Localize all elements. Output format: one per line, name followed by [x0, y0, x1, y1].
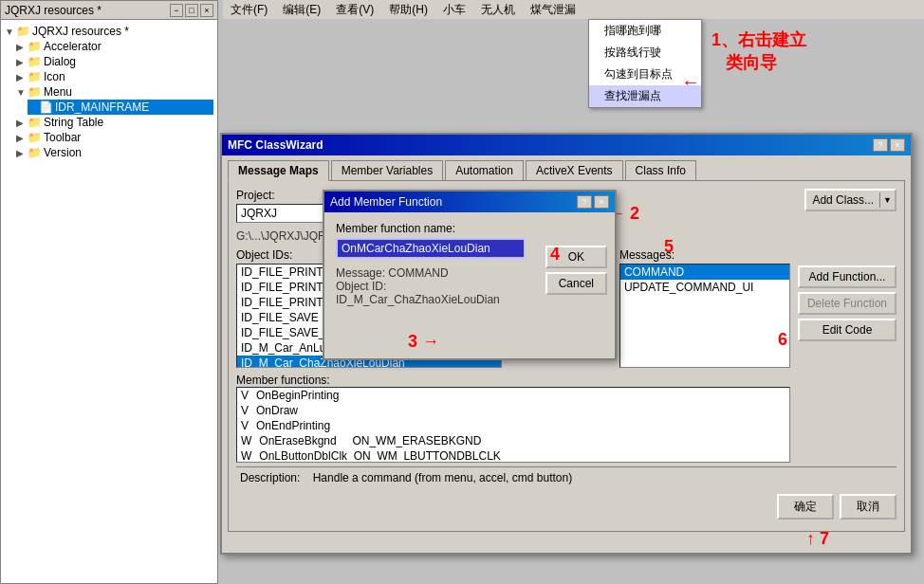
member-function-name-label: Member function name:: [336, 222, 527, 235]
minimize-btn[interactable]: −: [170, 4, 183, 17]
annotation-6: 6: [778, 330, 787, 350]
sub-message-info: Message: COMMAND Object ID: ID_M_Car_Cha…: [336, 266, 527, 306]
resource-tree: ▼ 📁 JQRXJ resources * ▶ 📁 Accelerator ▶ …: [1, 20, 217, 583]
member-functions-listbox[interactable]: VOnBeginPrinting VOnDraw VOnEndPrinting …: [236, 387, 790, 463]
tree-item-idr-mainframe[interactable]: 📄 IDR_MAINFRAME: [28, 100, 213, 115]
sub-help-btn[interactable]: ?: [577, 195, 592, 209]
edit-code-button[interactable]: Edit Code: [798, 319, 896, 341]
dialog-title-buttons: ? ×: [873, 138, 905, 152]
menu-car[interactable]: 小车: [439, 0, 470, 20]
cancel-button[interactable]: 取消: [840, 494, 896, 520]
help-btn[interactable]: ?: [873, 138, 888, 152]
sub-dialog-title: Add Member Function: [330, 195, 442, 209]
list-item[interactable]: WOnLButtonDblClk ON_WM_LBUTTONDBLCLK: [237, 448, 789, 463]
menu-drone[interactable]: 无人机: [477, 0, 519, 20]
annotation-5: 5: [664, 237, 674, 257]
tab-activex-events[interactable]: ActiveX Events: [526, 160, 623, 181]
sub-dialog-titlebar: Add Member Function ? ×: [324, 192, 615, 212]
annotation-7: ↑ 7: [806, 529, 829, 549]
tree-root: ▼ 📁 JQRXJ resources *: [5, 24, 213, 39]
tab-member-variables[interactable]: Member Variables: [331, 160, 443, 181]
dropdown-item-1[interactable]: 指哪跑到哪: [589, 20, 701, 42]
dropdown-menu: 指哪跑到哪 按路线行驶 勾速到目标点 查找泄漏点: [588, 19, 702, 108]
list-item[interactable]: VOnEndPrinting: [237, 418, 789, 433]
sub-dialog-body: Member function name: Message: COMMAND O…: [324, 212, 615, 316]
list-item[interactable]: VOnBeginPrinting: [237, 388, 789, 403]
menu-file[interactable]: 文件(F): [227, 0, 271, 20]
menu-help[interactable]: 帮助(H): [385, 0, 432, 20]
left-panel-titlebar: JQRXJ resources * − □ ×: [1, 1, 217, 20]
annotation-4: 4: [550, 245, 560, 265]
add-class-button[interactable]: Add Class... ▼: [804, 189, 896, 211]
add-function-button[interactable]: Add Function...: [798, 265, 896, 288]
tabs-row: Message Maps Member Variables Automation…: [222, 155, 911, 180]
add-class-dropdown-icon: ▼: [879, 192, 895, 208]
left-panel-title: JQRXJ resources *: [5, 4, 102, 17]
list-item[interactable]: ▶ 📁 Icon: [16, 69, 213, 84]
member-functions-label: Member functions:: [236, 374, 330, 387]
description-bar: Description: Handle a command (from menu…: [236, 466, 896, 488]
list-item[interactable]: ▶ 📁 Version: [16, 145, 213, 160]
close-dialog-btn[interactable]: ×: [890, 138, 905, 152]
sub-cancel-button[interactable]: Cancel: [545, 272, 607, 295]
expand-icon: ▼: [5, 27, 14, 37]
ok-button[interactable]: 确定: [777, 494, 834, 520]
menu-edit[interactable]: 编辑(E): [279, 0, 324, 20]
menu-gas[interactable]: 煤气泄漏: [527, 0, 580, 20]
list-item[interactable]: COMMAND: [620, 265, 789, 280]
list-item[interactable]: ▶ 📁 Dialog: [16, 54, 213, 69]
dialog-bottom-buttons: 确定 取消: [236, 494, 896, 520]
list-item[interactable]: WOnEraseBkgnd ON_WM_ERASEBKGND: [237, 433, 789, 448]
maximize-btn[interactable]: □: [185, 4, 198, 17]
description-label: Description:: [240, 471, 309, 484]
close-btn[interactable]: ×: [200, 4, 213, 17]
annotation-3: 3 →: [408, 332, 439, 352]
list-item[interactable]: ▼ 📁 Menu: [16, 84, 213, 100]
left-panel-buttons: − □ ×: [170, 4, 213, 17]
list-item[interactable]: ▶ 📁 Toolbar: [16, 130, 213, 145]
tab-automation[interactable]: Automation: [445, 160, 524, 181]
messages-listbox[interactable]: COMMAND UPDATE_COMMAND_UI: [619, 264, 790, 368]
add-member-function-dialog: Add Member Function ? × Member function …: [323, 190, 617, 360]
list-item[interactable]: UPDATE_COMMAND_UI: [620, 280, 789, 295]
list-item[interactable]: ▶ 📁 Accelerator: [16, 39, 213, 54]
folder-icon: 📁: [16, 25, 30, 38]
description-value: Handle a command (from menu, accel, cmd …: [313, 471, 572, 484]
menu-view[interactable]: 查看(V): [332, 0, 378, 20]
sub-objectid-label: Object ID: ID_M_Car_ChaZhaoXieLouDian: [336, 280, 500, 306]
add-class-label: Add Class...: [806, 191, 879, 210]
sub-dialog-title-btns: ? ×: [577, 195, 609, 209]
member-function-name-input[interactable]: [336, 238, 526, 259]
annotation-arrow-1: ←: [681, 71, 700, 93]
delete-function-button[interactable]: Delete Function: [798, 292, 896, 315]
messages-section: Messages: COMMAND UPDATE_COMMAND_UI: [619, 248, 790, 368]
top-menubar: 文件(F) 编辑(E) 查看(V) 帮助(H) 小车 无人机 煤气泄漏: [223, 0, 924, 19]
add-class-area: Add Class... ▼: [804, 189, 896, 211]
list-item[interactable]: ▶ 📁 String Table: [16, 115, 213, 130]
dropdown-item-2[interactable]: 按路线行驶: [589, 42, 701, 64]
member-functions-section: Member functions: VOnBeginPrinting VOnDr…: [236, 374, 790, 463]
tab-message-maps[interactable]: Message Maps: [228, 160, 329, 181]
list-item[interactable]: VOnDraw: [237, 403, 789, 418]
resource-tree-panel: JQRXJ resources * − □ × ▼ 📁 JQRXJ resour…: [0, 0, 218, 584]
messages-label: Messages:: [619, 248, 790, 262]
sub-message-label: Message: COMMAND: [336, 266, 449, 280]
member-function-input-area: Member function name: Message: COMMAND O…: [336, 222, 527, 306]
dialog-title: MFC ClassWizard: [228, 138, 323, 152]
tab-class-info[interactable]: Class Info: [625, 160, 696, 181]
sub-close-btn[interactable]: ×: [594, 195, 609, 209]
tree-root-label: JQRXJ resources *: [32, 25, 129, 38]
annotation-1: 1、右击建立 类向导: [711, 28, 806, 74]
dialog-titlebar: MFC ClassWizard ? ×: [222, 135, 911, 155]
right-buttons-col: Add Function... Delete Function Edit Cod…: [798, 248, 896, 463]
